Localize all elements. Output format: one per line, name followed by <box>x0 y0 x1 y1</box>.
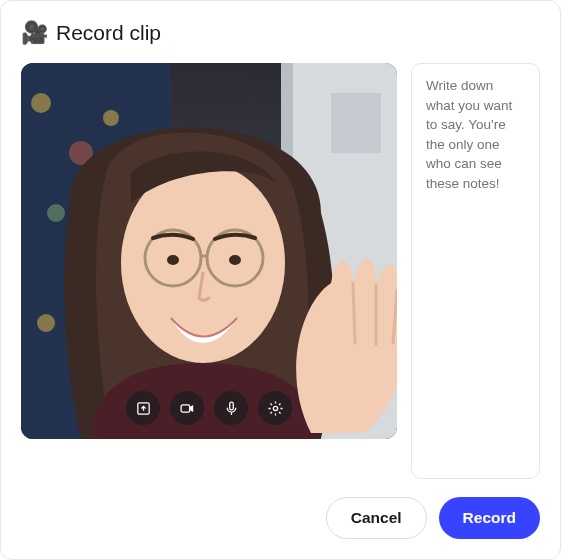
svg-rect-19 <box>229 402 233 410</box>
svg-point-7 <box>37 314 55 332</box>
upload-icon <box>135 400 152 417</box>
svg-point-3 <box>47 204 65 222</box>
svg-point-1 <box>31 93 51 113</box>
modal-title: Record clip <box>56 21 161 45</box>
microphone-button[interactable] <box>214 391 248 425</box>
notes-textarea[interactable] <box>411 63 540 479</box>
microphone-icon <box>223 400 240 417</box>
camera-button[interactable] <box>170 391 204 425</box>
cancel-button[interactable]: Cancel <box>326 497 427 539</box>
modal-header: 🎥 Record clip <box>21 21 540 45</box>
svg-point-15 <box>167 255 179 265</box>
svg-rect-10 <box>331 93 381 153</box>
modal-footer: Cancel Record <box>21 497 540 539</box>
record-button[interactable]: Record <box>439 497 540 539</box>
svg-point-20 <box>273 406 277 410</box>
record-clip-modal: 🎥 Record clip <box>0 0 561 560</box>
camera-preview-image <box>21 63 397 439</box>
preview-controls <box>126 391 292 425</box>
upload-button[interactable] <box>126 391 160 425</box>
gear-icon <box>267 400 284 417</box>
movie-camera-icon: 🎥 <box>21 22 48 44</box>
camera-icon <box>179 400 196 417</box>
svg-rect-18 <box>181 404 190 411</box>
svg-point-4 <box>103 110 119 126</box>
modal-body <box>21 63 540 479</box>
svg-point-16 <box>229 255 241 265</box>
settings-button[interactable] <box>258 391 292 425</box>
camera-preview <box>21 63 397 439</box>
